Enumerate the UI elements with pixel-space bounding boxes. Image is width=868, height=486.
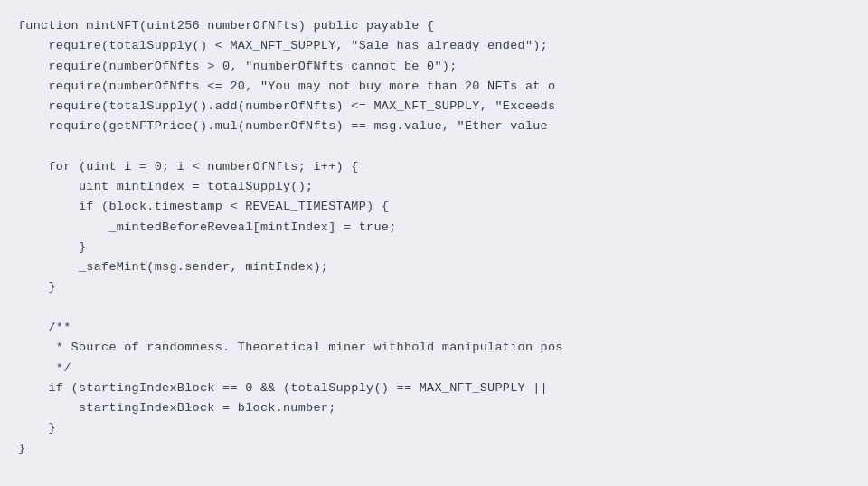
code-line [18,298,850,318]
code-line: function mintNFT(uint256 numberOfNfts) p… [18,16,850,36]
code-line: require(numberOfNfts > 0, "numberOfNfts … [18,57,850,77]
code-line: for (uint i = 0; i < numberOfNfts; i++) … [18,157,850,177]
code-line: _mintedBeforeReveal[mintIndex] = true; [18,218,850,238]
code-line: if (startingIndexBlock == 0 && (totalSup… [18,379,850,398]
code-line: require(totalSupply() < MAX_NFT_SUPPLY, … [18,36,850,56]
code-line: uint mintIndex = totalSupply(); [18,177,850,197]
code-line: _safeMint(msg.sender, mintIndex); [18,257,850,277]
code-line [18,137,850,157]
code-line: * Source of randomness. Theoretical mine… [18,338,850,358]
code-line: } [18,238,850,257]
code-line: } [18,418,850,438]
code-line: /** [18,318,850,338]
code-line: */ [18,359,850,379]
code-line: require(numberOfNfts <= 20, "You may not… [18,77,850,97]
code-block: function mintNFT(uint256 numberOfNfts) p… [18,16,850,459]
code-container: function mintNFT(uint256 numberOfNfts) p… [0,0,868,486]
code-line: } [18,439,850,459]
code-line: if (block.timestamp < REVEAL_TIMESTAMP) … [18,197,850,217]
code-line: require(totalSupply().add(numberOfNfts) … [18,97,850,117]
code-line: startingIndexBlock = block.number; [18,398,850,418]
code-line: } [18,277,850,297]
code-line: require(getNFTPrice().mul(numberOfNfts) … [18,117,850,136]
